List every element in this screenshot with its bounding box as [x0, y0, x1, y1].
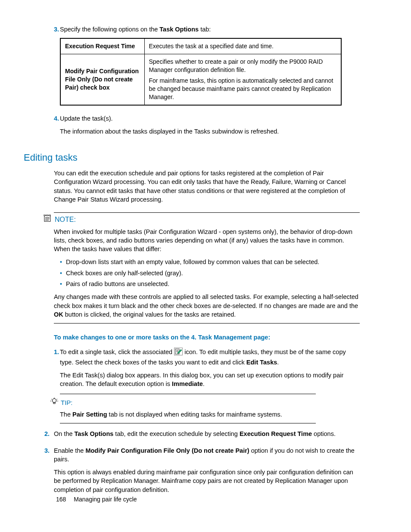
note-closing: Any changes made with these controls are… — [54, 292, 359, 319]
table-label: Execution Request Time — [60, 38, 144, 54]
note-body: When invoked for multiple tasks (Pair Co… — [54, 227, 359, 319]
section-heading-editing-tasks: Editing tasks — [24, 151, 359, 165]
step-number: 3. — [24, 25, 56, 111]
note-title: NOTE: — [55, 215, 76, 224]
step-body: Enable the Modify Pair Configuration Fil… — [50, 446, 359, 498]
table-label: Modify Pair Configuration File Only (Do … — [60, 54, 144, 105]
svg-point-12 — [53, 398, 56, 402]
proc1-line2: The Edit Task(s) dialog box appears. In … — [60, 371, 359, 389]
note-top-rule — [54, 212, 360, 213]
proc-step-1: 1. To edit a single task, click the asso… — [24, 348, 359, 423]
tip-bottom-rule — [60, 423, 316, 423]
tip-body: The Pair Setting tab is not displayed wh… — [60, 410, 359, 419]
table-desc: Specifies whether to create a pair or on… — [144, 54, 341, 105]
note-bullet: Check boxes are only half-selected (gray… — [60, 269, 359, 277]
proc3-line1: Enable the Modify Pair Configuration Fil… — [54, 446, 359, 464]
svg-rect-1 — [44, 215, 45, 216]
section-intro: You can edit the execution schedule and … — [54, 169, 359, 204]
tip-title: TIP: — [61, 398, 73, 407]
step-body: To edit a single task, click the associa… — [56, 348, 359, 423]
proc1-line1: To edit a single task, click the associa… — [60, 348, 359, 367]
table-desc: Executes the task at a specified date an… — [144, 38, 341, 54]
step-number: 4. — [24, 114, 56, 140]
step-number: 3. — [24, 446, 50, 498]
svg-rect-3 — [49, 215, 50, 216]
note-bullet-list: Drop-down lists start with an empty valu… — [60, 258, 359, 288]
step-4: 4. Update the task(s). The information a… — [24, 114, 359, 140]
note-bullet: Drop-down lists start with an empty valu… — [60, 258, 359, 266]
proc-step-2: 2. On the Task Options tab, edit the exe… — [24, 429, 359, 442]
proc-step-3: 3. Enable the Modify Pair Configuration … — [24, 446, 359, 498]
note-bottom-rule — [54, 323, 360, 324]
tip-block: TIP: The Pair Setting tab is not display… — [60, 394, 359, 424]
step-4-line2: The information about the tasks displaye… — [60, 127, 359, 136]
step-number: 1. — [24, 348, 56, 423]
task-options-table: Execution Request Time Executes the task… — [60, 38, 342, 105]
svg-rect-0 — [44, 215, 50, 221]
svg-line-15 — [51, 399, 52, 400]
svg-rect-13 — [53, 402, 55, 404]
page-number: 168 — [56, 495, 66, 504]
edit-icon — [174, 348, 183, 358]
svg-rect-2 — [47, 215, 48, 216]
step-body: On the Task Options tab, edit the execut… — [50, 429, 359, 442]
proc2-line: On the Task Options tab, edit the execut… — [54, 429, 359, 438]
step-3: 3. Specify the following options on the … — [24, 25, 359, 111]
footer-title: Managing pair life cycle — [74, 495, 137, 504]
step-body: Update the task(s). The information abou… — [56, 114, 359, 140]
tip-top-rule — [60, 394, 316, 394]
proc3-line2: This option is always enabled during mai… — [54, 468, 359, 494]
step-body: Specify the following options on the Tas… — [56, 25, 359, 111]
step-3-intro: Specify the following options on the Tas… — [60, 25, 359, 34]
note-icon — [44, 215, 53, 224]
page-footer: 168 Managing pair life cycle — [56, 495, 137, 504]
note-block: NOTE: When invoked for multiple tasks (P… — [24, 212, 359, 324]
step-number: 2. — [24, 429, 50, 442]
note-bullet: Pairs of radio buttons are unselected. — [60, 280, 359, 288]
procedure-heading: To make changes to one or more tasks on … — [54, 333, 359, 342]
svg-line-16 — [57, 399, 58, 400]
tip-icon — [50, 398, 58, 408]
step-4-line1: Update the task(s). — [60, 114, 359, 123]
